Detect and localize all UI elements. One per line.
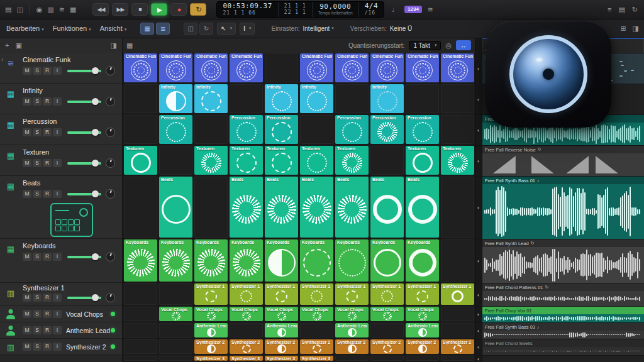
loop-cell-infinity[interactable]: Infinity [159, 84, 192, 113]
track-m-button[interactable]: M [23, 343, 31, 351]
list-editors-icon[interactable]: ≡ [608, 6, 611, 13]
empty-cell[interactable] [124, 339, 157, 354]
pan-knob[interactable] [106, 128, 115, 137]
loop-cell-synthesizer-1[interactable]: Synthesizer 1 [300, 283, 333, 305]
track-header-synthesizer-1[interactable]: ▥Synthesizer 1MSRI [0, 283, 122, 306]
empty-cell[interactable] [370, 323, 404, 337]
loop-cell-anthemic-lead[interactable]: Anthemic Lead [335, 323, 369, 337]
row-mode-button[interactable]: ◐ [475, 177, 482, 239]
loop-cell-anthemic-lead[interactable]: Anthemic Lead [194, 323, 228, 337]
track-m-button[interactable]: M [23, 128, 31, 136]
loop-cell-vocal-chops[interactable]: Vocal Chops [265, 307, 298, 321]
menu-funktionen[interactable]: Funktionen▾ [53, 25, 91, 32]
loop-cell-infinity[interactable]: Infinity [265, 84, 298, 113]
loop-cell-synthesizer-3[interactable]: Synthesizer 3 [230, 356, 263, 361]
view-tracks-button[interactable]: ≣ [156, 23, 170, 35]
lcd-display[interactable]: 00:53:09.37 21 1 1 66 21 1 1 22 1 1 90,0… [216, 1, 384, 18]
track-header-texturen[interactable]: ▦TexturenMSRI [0, 145, 122, 176]
loop-cell-keyboards[interactable]: Keyboards [194, 239, 228, 282]
region-header[interactable]: Free Fall Chord Swells [482, 339, 644, 347]
loop-cell-synthesizer-1[interactable]: Synthesizer 1 [230, 283, 263, 305]
empty-cell[interactable] [159, 146, 192, 175]
drag-dropdown[interactable]: Keine Ü [390, 25, 413, 32]
track-r-button[interactable]: R [43, 343, 52, 351]
row-mode-button[interactable]: ◐ [475, 146, 482, 177]
track-i-button[interactable]: I [53, 67, 62, 75]
loop-cell-synthesizer-3[interactable]: Synthesizer 3 [265, 356, 298, 361]
loop-cell-infinity[interactable]: Infinity [300, 84, 333, 113]
empty-cell[interactable] [124, 115, 157, 144]
forward-button[interactable]: ▶▶ [112, 3, 128, 16]
empty-cell[interactable] [159, 283, 192, 305]
track-m-button[interactable]: M [23, 97, 31, 106]
loop-cell-synthesizer-2[interactable]: Synthesizer 2 [265, 339, 298, 354]
master-volume-icon[interactable]: ≋ [428, 6, 433, 13]
loop-cell-percussion[interactable]: Percussion [370, 115, 404, 144]
volume-slider[interactable] [67, 193, 101, 195]
loop-cell-cinematic-funk[interactable]: Cinematic Funk [370, 53, 404, 82]
loop-cell-anthemic-lead[interactable]: Anthemic Lead [265, 323, 298, 337]
track-m-button[interactable]: M [23, 310, 31, 318]
loop-cell-vocal-chops[interactable]: Vocal Chops [406, 307, 439, 321]
pan-knob[interactable] [106, 252, 115, 261]
track-m-button[interactable]: M [23, 253, 31, 261]
loop-cell-synthesizer-3[interactable]: Synthesizer 3 [300, 356, 333, 361]
control-bar-settings-icon[interactable]: ◫ [16, 6, 23, 13]
track-m-button[interactable]: M [23, 293, 31, 302]
loop-cell-infinity[interactable]: Infinity [194, 84, 228, 113]
row-mode-button[interactable]: ◐ [475, 283, 482, 307]
volume-slider[interactable] [67, 162, 101, 165]
audio-region[interactable] [482, 153, 644, 176]
loop-cell-texturen[interactable]: Texturen [194, 146, 228, 175]
loop-cell-synthesizer-2[interactable]: Synthesizer 2 [370, 339, 404, 354]
track-r-button[interactable]: R [43, 97, 52, 106]
zoom-icon[interactable]: ⊞ [620, 25, 626, 32]
empty-cell[interactable] [159, 356, 192, 361]
empty-cell[interactable] [441, 239, 474, 282]
loop-cell-beats[interactable]: Beats [159, 177, 192, 238]
empty-cell[interactable] [441, 307, 474, 321]
rewind-button[interactable]: ◀◀ [92, 3, 109, 16]
loop-cell-keyboards[interactable]: Keyboards [265, 239, 298, 282]
loop-cell-keyboards[interactable]: Keyboards [124, 239, 157, 282]
panel-toggle-icon[interactable]: ◨ [633, 25, 639, 32]
display-mode-icon[interactable]: ▤ [5, 6, 11, 13]
region-header[interactable]: Free Fall Chop Vox 01 [482, 307, 644, 314]
mixer-icon[interactable]: ≋ [59, 6, 65, 13]
loop-cell-infinity[interactable]: Infinity [370, 84, 404, 113]
empty-cell[interactable] [159, 339, 192, 354]
track-i-button[interactable]: I [53, 293, 62, 302]
track-s-button[interactable]: S [33, 343, 42, 351]
loop-cell-percussion[interactable]: Percussion [335, 115, 369, 144]
loop-cell-cinematic-funk[interactable]: Cinematic Funk [441, 53, 474, 82]
loop-cell-cinematic-funk[interactable]: Cinematic Funk [335, 53, 369, 82]
loop-cell-vocal-chops[interactable]: Vocal Chops [230, 307, 263, 321]
track-i-button[interactable]: I [53, 310, 62, 318]
loop-cell-beats[interactable]: Beats [230, 177, 263, 238]
loop-cell-vocal-chops[interactable]: Vocal Chops [370, 307, 404, 321]
snap-dropdown[interactable]: Intelligent [303, 25, 330, 32]
track-i-button[interactable]: I [53, 253, 62, 261]
loop-cell-vocal-chops[interactable]: Vocal Chops [194, 307, 228, 321]
track-r-button[interactable]: R [43, 253, 52, 261]
empty-cell[interactable] [335, 356, 369, 361]
pointer-tool-button[interactable]: ↖▾ [217, 23, 236, 35]
track-r-button[interactable]: R [43, 293, 52, 302]
secondary-tool-button[interactable]: I▾ [240, 23, 255, 35]
cycle-button[interactable]: ↻ [190, 3, 206, 16]
empty-cell[interactable] [441, 356, 474, 361]
row-mode-button[interactable]: ◐ [475, 115, 482, 146]
track-s-button[interactable]: S [33, 293, 42, 302]
loop-cell-beats[interactable]: Beats [265, 177, 298, 238]
grid-view-icon[interactable]: ▦ [126, 42, 133, 49]
track-s-button[interactable]: S [33, 97, 42, 106]
play-button[interactable]: ▶ [151, 3, 167, 16]
pan-knob[interactable] [106, 189, 115, 199]
header-config-button[interactable]: ◨ [111, 42, 117, 49]
loop-cell-synthesizer-2[interactable]: Synthesizer 2 [406, 339, 439, 354]
track-m-button[interactable]: M [23, 67, 31, 75]
track-header-beats[interactable]: ▦BeatsMSRI [0, 176, 122, 239]
loop-cell-synthesizer-2[interactable]: Synthesizer 2 [441, 339, 474, 354]
empty-cell[interactable] [265, 53, 298, 82]
loop-cell-percussion[interactable]: Percussion [159, 115, 192, 144]
